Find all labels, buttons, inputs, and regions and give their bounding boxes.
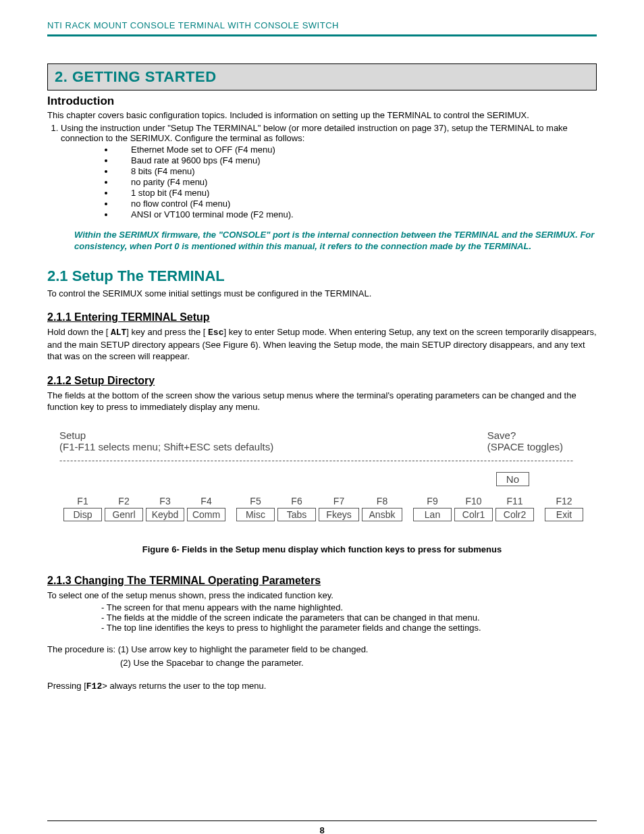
fkey-box-misc: Misc [236, 508, 275, 521]
fkey-label: F9 [427, 496, 437, 506]
setup-title: Setup [59, 429, 273, 441]
fkey-label: F12 [556, 496, 572, 506]
fkey-box-comm: Comm [187, 508, 225, 521]
fkey-label: F10 [465, 496, 481, 506]
fkey-label: F6 [291, 496, 302, 506]
config-bullet: 8 bits (F4 menu) [115, 166, 597, 176]
section-2-1-2-paragraph: The fields at the bottom of the screen s… [47, 390, 597, 413]
key-esc: Esc [208, 328, 223, 338]
config-bullet: no parity (F4 menu) [115, 177, 597, 187]
firmware-note: Within the SERIMUX firmware, the "CONSOL… [74, 229, 597, 253]
text-fragment: ] key and press the [ [126, 327, 208, 337]
introduction-heading: Introduction [47, 95, 597, 108]
fkey-box-ansbk: Ansbk [362, 508, 402, 521]
figure-6: Setup (F1-F11 selects menu; Shift+ESC se… [47, 425, 597, 554]
fkey-label: F1 [77, 496, 88, 506]
key-alt: ALT [111, 328, 126, 338]
text-fragment: > always returns the user to the top men… [102, 681, 266, 691]
save-subtitle: (SPACE toggles) [487, 441, 563, 452]
save-title: Save? [487, 429, 563, 441]
figure-6-caption: Figure 6- Fields in the Setup menu displ… [47, 544, 597, 554]
procedure-line-1: The procedure is: (1) Use arrow key to h… [47, 644, 597, 656]
fkey-box-exit: Exit [545, 508, 583, 521]
header-rule [47, 34, 597, 36]
chapter-title: 2. GETTING STARTED [55, 68, 589, 86]
header-product-line: NTI RACK MOUNT CONSOLE TERMINAL WITH CON… [47, 20, 597, 30]
config-bullet-list: Ethernet Mode set to OFF (F4 menu) Baud … [115, 145, 597, 219]
dash-separator: ----------------------------------------… [59, 455, 590, 465]
config-bullet: Baud rate at 9600 bps (F4 menu) [115, 155, 597, 165]
fkey-box-disp: Disp [63, 508, 102, 521]
procedure-line-2: (2) Use the Spacebar to change the param… [120, 657, 597, 669]
page-number: 8 [47, 820, 597, 834]
f12-note: Pressing [F12> always returns the user t… [47, 680, 597, 693]
fkey-label: F8 [377, 496, 387, 506]
fkey-label: F2 [118, 496, 129, 506]
setup-menu-panel: Setup (F1-F11 selects menu; Shift+ESC se… [53, 425, 597, 525]
fkey-box-tabs: Tabs [277, 508, 316, 521]
list-item: - The screen for that menu appears with … [101, 602, 597, 613]
text-fragment: Hold down the [ [47, 327, 111, 337]
fkey-label: F11 [506, 496, 522, 506]
save-toggle-row: No [59, 472, 590, 486]
section-2-1-heading: 2.1 Setup The TERMINAL [47, 267, 597, 285]
config-bullet: 1 stop bit (F4 menu) [115, 188, 597, 198]
menu-behavior-list: - The screen for that menu appears with … [101, 602, 597, 633]
fkey-box-genrl: Genrl [105, 508, 143, 521]
section-2-1-1-paragraph: Hold down the [ ALT] key and press the [… [47, 326, 597, 363]
fkey-box-fkeys: Fkeys [319, 508, 359, 521]
key-f12: F12 [86, 681, 102, 692]
fkey-label: F3 [159, 496, 170, 506]
list-item: - The top line identifies the keys to pr… [101, 623, 597, 633]
fkey-label: F7 [333, 496, 344, 506]
function-key-row: F1Disp F2Genrl F3Keybd F4Comm F5Misc F6T… [59, 496, 590, 521]
section-2-1-2-heading: 2.1.2 Setup Directory [47, 375, 597, 387]
setup-subtitle: (F1-F11 selects menu; Shift+ESC sets def… [59, 441, 273, 452]
text-fragment: Pressing [ [47, 681, 86, 691]
fkey-box-keybd: Keybd [146, 508, 184, 521]
intro-steps: Using the instruction under "Setup The T… [61, 123, 597, 143]
section-2-1-3-heading: 2.1.3 Changing The TERMINAL Operating Pa… [47, 575, 597, 587]
section-2-1-3-paragraph: To select one of the setup menus shown, … [47, 590, 597, 602]
intro-step-1: Using the instruction under "Setup The T… [61, 123, 597, 143]
config-bullet: ANSI or VT100 terminal mode (F2 menu). [115, 209, 597, 219]
config-bullet: no flow control (F4 menu) [115, 199, 597, 209]
fkey-label: F4 [200, 496, 211, 506]
list-item: - The fields at the middle of the screen… [101, 613, 597, 623]
fkey-box-colr1: Colr1 [454, 508, 493, 521]
chapter-title-box: 2. GETTING STARTED [47, 63, 597, 90]
section-2-1-paragraph: To control the SERIMUX some initial sett… [47, 288, 597, 300]
save-toggle-value: No [496, 472, 529, 486]
fkey-label: F5 [250, 496, 261, 506]
section-2-1-1-heading: 2.1.1 Entering TERMINAL Setup [47, 311, 597, 323]
fkey-box-colr2: Colr2 [495, 508, 534, 521]
intro-paragraph: This chapter covers basic configuration … [47, 109, 597, 122]
config-bullet: Ethernet Mode set to OFF (F4 menu) [115, 145, 597, 155]
fkey-box-lan: Lan [413, 508, 452, 521]
